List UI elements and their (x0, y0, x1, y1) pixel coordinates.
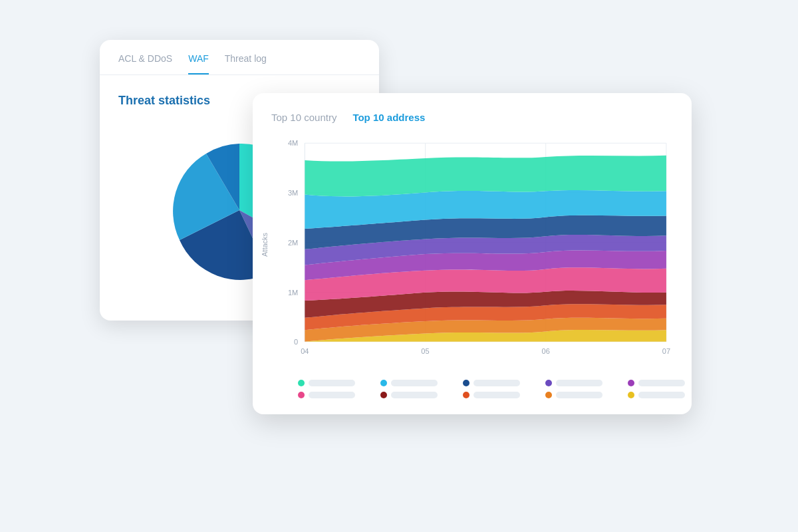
legend-dot-teal (298, 380, 305, 386)
svg-text:1M: 1M (288, 289, 298, 297)
legend-item-2 (380, 380, 447, 386)
tab-bar: ACL & DDoS WAF Threat log (100, 40, 379, 75)
svg-text:2M: 2M (288, 239, 298, 247)
legend-label-4 (556, 380, 602, 386)
legend-dot-violet (628, 380, 634, 386)
legend-dot-pink (298, 392, 305, 398)
legend-dot-navy (463, 380, 469, 386)
tab-top-address[interactable]: Top 10 address (352, 112, 425, 123)
svg-text:4M: 4M (288, 139, 298, 147)
legend-label-2 (391, 380, 438, 386)
legend-label-8 (473, 392, 520, 398)
svg-text:3M: 3M (288, 188, 298, 196)
legend-item-10 (628, 392, 694, 398)
legend-item-3 (463, 380, 529, 386)
legend-item-5 (628, 380, 694, 386)
chart-tab-bar: Top 10 country Top 10 address (271, 112, 673, 123)
chart-legend (271, 380, 673, 398)
legend-dot-orange-red (463, 392, 469, 398)
svg-text:04: 04 (301, 347, 309, 355)
y-axis-label: Attacks (261, 233, 269, 257)
legend-row-1 (298, 380, 673, 386)
legend-label-10 (638, 392, 685, 398)
stacked-area-chart: Attacks 4M 3M 2M 1M 0 (271, 136, 673, 369)
legend-label-7 (391, 392, 438, 398)
tab-waf[interactable]: WAF (188, 53, 209, 74)
legend-label-6 (309, 392, 355, 398)
tab-top-country[interactable]: Top 10 country (271, 112, 336, 123)
legend-dot-darkred (380, 392, 387, 398)
legend-row-2 (298, 392, 673, 398)
legend-item-8 (463, 392, 529, 398)
legend-dot-yellow (628, 392, 634, 398)
legend-dot-purple (545, 380, 552, 386)
legend-item-9 (545, 392, 612, 398)
legend-item-7 (380, 392, 447, 398)
legend-item-6 (298, 392, 364, 398)
legend-dot-cyan (380, 380, 387, 386)
legend-item-1 (298, 380, 364, 386)
svg-text:0: 0 (294, 338, 298, 346)
tab-acl-ddos[interactable]: ACL & DDoS (118, 53, 172, 74)
svg-text:05: 05 (421, 347, 429, 355)
legend-item-4 (545, 380, 612, 386)
legend-dot-orange (545, 392, 552, 398)
top-address-card: Top 10 country Top 10 address Attacks 4M (253, 93, 692, 414)
tab-threat-log[interactable]: Threat log (225, 53, 267, 74)
svg-text:07: 07 (662, 347, 670, 355)
legend-label-1 (309, 380, 355, 386)
legend-label-9 (556, 392, 602, 398)
legend-label-3 (473, 380, 520, 386)
svg-text:06: 06 (542, 347, 550, 355)
legend-label-5 (638, 380, 685, 386)
